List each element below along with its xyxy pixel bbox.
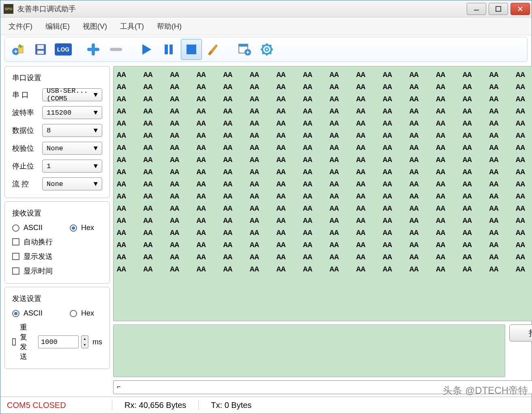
svg-rect-8	[165, 45, 168, 54]
svg-line-23	[262, 52, 264, 54]
auto-wrap-checkbox[interactable]	[12, 238, 19, 245]
chevron-down-icon: ▼	[94, 127, 98, 134]
pause-button[interactable]	[158, 39, 179, 60]
menubar: 文件(F) 编辑(E) 视图(V) 工具(T) 帮助(H)	[0, 17, 532, 35]
svg-point-15	[265, 48, 268, 51]
add-port-button[interactable]	[7, 39, 28, 60]
titlebar: SPU 友善串口调试助手	[0, 0, 532, 17]
chevron-down-icon: ▼	[94, 180, 98, 188]
window-title: 友善串口调试助手	[17, 4, 464, 14]
serial-settings-title: 串口设置	[12, 73, 102, 83]
content-area: 串口设置 串 口 USB-SER...(COM5▼ 波特率 115200▼ 数据…	[0, 64, 532, 397]
spin-down-icon: ▼	[82, 342, 88, 348]
receive-display[interactable]: AA AA AA AA AA AA AA AA AA AA AA AA AA A…	[113, 66, 532, 321]
status-tx: Tx: 0 Bytes	[211, 401, 251, 410]
interval-unit: ms	[92, 338, 102, 346]
plus-button[interactable]	[83, 39, 104, 60]
flow-label: 流 控	[12, 179, 42, 189]
repeat-interval-input[interactable]: 1000	[38, 335, 79, 348]
svg-line-20	[262, 45, 264, 47]
svg-rect-10	[187, 45, 196, 54]
svg-rect-0	[474, 10, 479, 11]
menu-view[interactable]: 视图(V)	[83, 21, 107, 31]
minimize-icon	[473, 6, 480, 12]
app-icon: SPU	[4, 4, 13, 14]
send-settings-title: 发送设置	[12, 294, 102, 303]
window-controls	[464, 3, 530, 15]
receive-text: AA AA AA AA AA AA AA AA AA AA AA AA AA A…	[114, 66, 532, 321]
save-button[interactable]	[30, 39, 51, 60]
close-icon	[517, 6, 523, 12]
stop-bits-select[interactable]: 1▼	[42, 160, 102, 173]
close-button[interactable]	[511, 3, 530, 15]
chevron-down-icon: ▼	[94, 109, 98, 117]
svg-text:LOG: LOG	[57, 46, 69, 53]
port-select[interactable]: USB-SER...(COM5▼	[42, 88, 102, 101]
send-textarea[interactable]	[113, 324, 505, 377]
tx-hex-label: Hex	[81, 309, 94, 318]
auto-wrap-label: 自动换行	[24, 237, 53, 247]
minus-button[interactable]	[105, 39, 127, 60]
maximize-button[interactable]	[489, 3, 508, 15]
repeat-send-label: 重复发送	[20, 322, 31, 361]
stop-bits-label: 停止位	[12, 161, 42, 171]
repeat-send-checkbox[interactable]	[12, 338, 16, 346]
open-port-button[interactable]: 打开	[509, 324, 532, 341]
menu-file[interactable]: 文件(F)	[9, 21, 32, 31]
rx-hex-radio[interactable]	[70, 224, 77, 232]
status-rx: Rx: 40,656 Bytes	[124, 401, 199, 410]
receive-settings-panel: 接收设置 ASCII Hex 自动换行 显示发送 显示时间	[4, 201, 110, 284]
show-send-label: 显示发送	[24, 252, 53, 261]
chevron-down-icon: ▼	[94, 91, 98, 99]
data-bits-select[interactable]: 8▼	[42, 124, 102, 137]
log-button[interactable]: LOG	[53, 39, 74, 60]
svg-line-21	[270, 52, 271, 54]
repeat-interval-spinner[interactable]: ▲▼	[81, 335, 88, 348]
data-bits-label: 数据位	[12, 126, 42, 135]
maximize-icon	[495, 6, 502, 12]
show-send-checkbox[interactable]	[12, 253, 19, 260]
folder-plus-icon	[11, 43, 25, 56]
log-icon: LOG	[55, 43, 72, 55]
stop-button[interactable]	[181, 39, 202, 60]
gear-icon	[260, 43, 274, 56]
settings-button[interactable]	[256, 39, 277, 60]
plus-icon	[86, 43, 100, 56]
play-button[interactable]	[135, 39, 157, 60]
sidebar: 串口设置 串 口 USB-SER...(COM5▼ 波特率 115200▼ 数据…	[4, 66, 110, 394]
save-icon	[34, 43, 47, 56]
play-icon	[139, 43, 153, 56]
baud-select[interactable]: 115200▼	[42, 106, 102, 119]
status-port: COM5 CLOSED	[7, 401, 112, 410]
svg-rect-9	[169, 45, 173, 54]
svg-line-22	[270, 45, 271, 47]
menu-tools[interactable]: 工具(T)	[120, 21, 144, 31]
svg-rect-4	[37, 45, 44, 49]
svg-rect-5	[37, 51, 44, 54]
show-time-checkbox[interactable]	[12, 267, 19, 275]
chevron-down-icon: ▼	[94, 145, 98, 152]
svg-rect-12	[239, 44, 248, 47]
clear-button[interactable]	[204, 39, 225, 60]
tx-hex-radio[interactable]	[70, 310, 77, 317]
rx-hex-label: Hex	[81, 224, 94, 232]
app-window: SPU 友善串口调试助手 文件(F) 编辑(E) 视图(V) 工具(T) 帮助(…	[0, 0, 532, 414]
stop-icon	[184, 43, 198, 56]
window-plus-icon	[237, 43, 251, 56]
tx-ascii-radio[interactable]	[12, 310, 19, 317]
statusbar: COM5 CLOSED Rx: 40,656 Bytes Tx: 0 Bytes	[0, 397, 532, 414]
minimize-button[interactable]	[467, 3, 486, 15]
new-window-button[interactable]	[234, 39, 255, 60]
receive-settings-title: 接收设置	[12, 208, 102, 218]
rx-ascii-radio[interactable]	[12, 224, 19, 232]
menu-help[interactable]: 帮助(H)	[157, 21, 182, 31]
watermark: 头条 @DTECH帝特	[443, 384, 528, 397]
main-area: AA AA AA AA AA AA AA AA AA AA AA AA AA A…	[113, 66, 532, 394]
menu-edit[interactable]: 编辑(E)	[45, 21, 70, 31]
toolbar: LOG	[4, 37, 528, 62]
port-label: 串 口	[12, 90, 42, 100]
tx-ascii-label: ASCII	[24, 309, 43, 318]
flow-select[interactable]: None▼	[42, 177, 102, 190]
parity-select[interactable]: None▼	[42, 142, 102, 155]
show-time-label: 显示时间	[24, 266, 53, 276]
